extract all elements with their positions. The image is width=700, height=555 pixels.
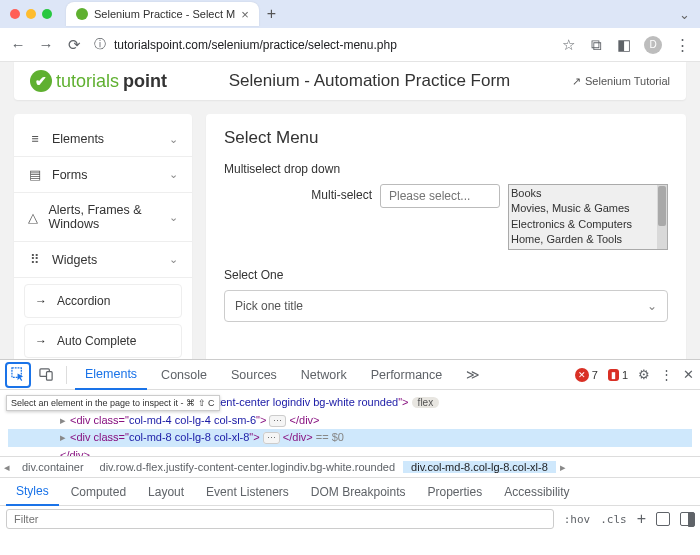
url-text: tutorialspoint.com/selenium/practice/sel… [114,38,397,52]
scrollbar-thumb[interactable] [658,186,666,226]
select-one-dropdown[interactable]: Pick one title ⌄ [224,290,668,322]
error-icon: ✕ [575,368,589,382]
panel-icon[interactable]: ◧ [616,36,632,54]
dom-attr-value: col-md-4 col-lg-4 col-sm-6 [129,414,256,426]
crumb-row[interactable]: div.row.d-flex.justify-content-center.lo… [92,461,404,473]
multi-select-listbox[interactable]: Books Movies, Music & Games Electronics … [508,184,668,250]
sidebar-item-label: Alerts, Frames & Windows [49,203,160,231]
new-tab-button[interactable]: + [267,5,276,23]
tab-computed[interactable]: Computed [61,478,136,506]
menu-icon[interactable]: ⋮ [674,36,690,54]
sidebar-item-forms[interactable]: ▤ Forms ⌄ [14,157,192,193]
tab-sources[interactable]: Sources [221,360,287,390]
tab-console[interactable]: Console [151,360,217,390]
extensions-icon[interactable]: ⧉ [588,36,604,54]
page-header: ✔ tutorialspoint Selenium - Automation P… [14,62,686,100]
close-window-icon[interactable] [10,9,20,19]
profile-avatar[interactable]: D [644,36,662,54]
tab-elements[interactable]: Elements [75,360,147,390]
ellipsis-icon[interactable]: ⋯ [263,432,280,444]
expand-toggle-icon[interactable]: ▸ [60,412,70,430]
address-bar[interactable]: ⓘ tutorialspoint.com/selenium/practice/s… [94,36,548,53]
issue-number: 1 [622,369,628,381]
submenu-accordion[interactable]: →Accordion [24,284,182,318]
chevron-down-icon: ⌄ [169,211,178,224]
sidebar-item-elements[interactable]: ≡ Elements ⌄ [14,122,192,157]
sidebar-item-label: Widgets [52,253,97,267]
cls-toggle[interactable]: .cls [600,513,627,526]
listbox-scrollbar[interactable] [657,185,667,249]
tab-properties[interactable]: Properties [418,478,493,506]
tabs-more-button[interactable]: ≫ [456,360,490,390]
option-electronics[interactable]: Electronics & Computers [511,217,665,232]
sidebar-item-alerts[interactable]: △ Alerts, Frames & Windows ⌄ [14,193,192,242]
window-titlebar: Selenium Practice - Select M × + ⌄ [0,0,700,28]
dom-tag: "> [249,431,259,443]
minimize-window-icon[interactable] [26,9,36,19]
tabs-overflow-icon[interactable]: ⌄ [679,7,690,22]
tab-event-listeners[interactable]: Event Listeners [196,478,299,506]
browser-tab[interactable]: Selenium Practice - Select M × [66,2,259,26]
form-icon: ▤ [28,167,42,182]
tab-network[interactable]: Network [291,360,357,390]
expand-toggle-icon[interactable]: ▸ [60,429,70,447]
logo-text-1: tutorials [56,71,119,92]
error-count[interactable]: ✕7 [575,368,598,382]
logo-text-2: point [123,71,167,92]
issue-count[interactable]: ▮1 [608,369,628,381]
back-button[interactable]: ← [10,36,26,53]
error-number: 7 [592,369,598,381]
option-books[interactable]: Books [511,186,665,201]
sidebar-item-widgets[interactable]: ⠿ Widgets ⌄ [14,242,192,278]
dom-breadcrumbs[interactable]: ◂ div.container div.row.d-flex.justify-c… [0,456,700,478]
crumb-container[interactable]: div.container [14,461,92,473]
dropdown-value: Pick one title [235,299,303,313]
kebab-menu-icon[interactable]: ⋮ [660,367,673,382]
tab-accessibility[interactable]: Accessibility [494,478,579,506]
submenu-autocomplete[interactable]: →Auto Complete [24,324,182,358]
site-info-icon[interactable]: ⓘ [94,36,106,53]
bookmark-icon[interactable]: ☆ [560,36,576,54]
option-home[interactable]: Home, Garden & Tools [511,232,665,247]
option-movies[interactable]: Movies, Music & Games [511,201,665,216]
browser-toolbar: ← → ⟳ ⓘ tutorialspoint.com/selenium/prac… [0,28,700,62]
submenu-label: Auto Complete [57,334,136,348]
crumb-selected[interactable]: div.col-md-8.col-lg-8.col-xl-8 [403,461,556,473]
dom-attr-value: col-md-8 col-lg-8 col-xl-8 [129,431,249,443]
layout-badge[interactable]: flex [412,397,440,408]
tab-layout[interactable]: Layout [138,478,194,506]
reload-button[interactable]: ⟳ [66,36,82,54]
tab-styles[interactable]: Styles [6,478,59,506]
tab-dom-breakpoints[interactable]: DOM Breakpoints [301,478,416,506]
tutorial-link[interactable]: ↗ Selenium Tutorial [572,75,670,88]
inspect-icon [11,367,26,382]
computed-panel-icon[interactable] [656,512,670,526]
dom-selected-node[interactable]: ▸<div class="col-md-8 col-lg-8 col-xl-8"… [8,429,692,447]
chevron-down-icon: ⌄ [647,299,657,313]
crumb-next-icon[interactable]: ▸ [556,461,570,474]
logo-icon: ✔ [30,70,52,92]
widgets-submenu: →Accordion →Auto Complete →Date Picker [14,278,192,359]
device-toggle-button[interactable] [34,363,58,387]
dom-eq-hint: == $0 [313,431,344,443]
crumb-prev-icon[interactable]: ◂ [0,461,14,474]
styles-filter-row: :hov .cls + [0,506,700,532]
site-logo[interactable]: ✔ tutorialspoint [30,70,167,92]
arrow-right-icon: → [35,294,47,308]
toggle-sidebar-icon[interactable] [680,512,694,526]
new-style-button[interactable]: + [637,510,646,528]
inspect-element-button[interactable] [6,363,30,387]
styles-filter-input[interactable] [6,509,554,529]
gear-icon[interactable]: ⚙ [638,367,650,382]
page-body: ✔ tutorialspoint Selenium - Automation P… [0,62,700,359]
ellipsis-icon[interactable]: ⋯ [269,415,286,427]
hov-toggle[interactable]: :hov [564,513,591,526]
tab-close-icon[interactable]: × [241,7,249,22]
close-devtools-icon[interactable]: ✕ [683,367,694,382]
traffic-lights [10,9,52,19]
tab-performance[interactable]: Performance [361,360,453,390]
maximize-window-icon[interactable] [42,9,52,19]
multi-select-input[interactable] [380,184,500,208]
forward-button[interactable]: → [38,36,54,53]
chevron-down-icon: ⌄ [169,133,178,146]
